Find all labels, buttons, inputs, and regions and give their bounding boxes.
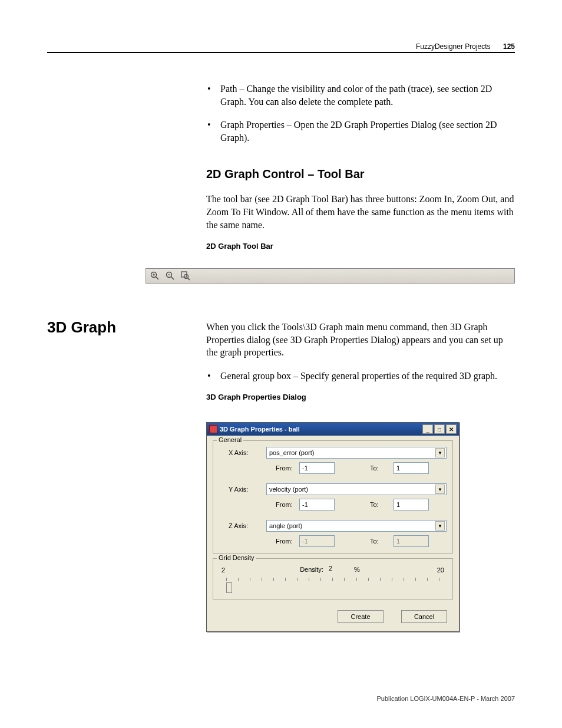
- svg-line-9: [188, 278, 190, 281]
- xaxis-combo[interactable]: pos_error (port) ▼: [266, 447, 447, 459]
- group-grid-density: Grid Density 2 Density: 2 % 20: [213, 558, 453, 599]
- chapter-title: FuzzyDesigner Projects: [416, 42, 491, 51]
- zoom-in-button[interactable]: [148, 270, 161, 282]
- dialog-titlebar[interactable]: 3D Graph Properties - ball _ □ ✕: [207, 423, 459, 436]
- z-from-input: -1: [299, 535, 335, 547]
- dialog-3d-graph-properties: 3D Graph Properties - ball _ □ ✕ General…: [206, 422, 459, 632]
- app-icon: [209, 425, 217, 433]
- z-to-input: 1: [394, 535, 429, 547]
- density-input: 2: [329, 565, 352, 575]
- close-button[interactable]: ✕: [446, 424, 457, 434]
- chevron-down-icon: ▼: [435, 521, 445, 531]
- publication-footer: Publication LOGIX-UM004A-EN-P - March 20…: [376, 695, 515, 702]
- svg-point-8: [184, 275, 189, 279]
- heading-2d-toolbar: 2D Graph Control – Tool Bar: [206, 167, 515, 181]
- x-from-input[interactable]: -1: [299, 462, 335, 474]
- yaxis-combo[interactable]: velocity (port) ▼: [266, 483, 447, 495]
- group-general: General X Axis: pos_error (port) ▼ From:…: [213, 440, 453, 554]
- slider-thumb[interactable]: [226, 582, 232, 593]
- list-item: • General group box – Specify general pr…: [206, 370, 515, 383]
- xaxis-label: X Axis:: [219, 449, 266, 456]
- minimize-button[interactable]: _: [422, 424, 433, 434]
- create-button[interactable]: Create: [338, 610, 384, 623]
- group-label: General: [217, 436, 243, 443]
- y-to-input[interactable]: 1: [394, 499, 429, 510]
- figure-caption: 3D Graph Properties Dialog: [206, 393, 515, 401]
- list-item: • Graph Properties – Open the 2D Graph P…: [206, 118, 515, 144]
- list-item: • Path – Change the visibility and color…: [206, 83, 515, 108]
- y-from-input[interactable]: -1: [299, 499, 335, 510]
- chevron-down-icon: ▼: [435, 448, 445, 457]
- svg-line-1: [156, 277, 159, 280]
- x-to-input[interactable]: 1: [394, 462, 429, 474]
- density-slider[interactable]: [225, 578, 441, 591]
- heading-3d-graph: 3D Graph: [47, 318, 116, 337]
- toolbar-2d-graph: [146, 268, 515, 284]
- grid-min: 2: [219, 566, 231, 574]
- chevron-down-icon: ▼: [435, 485, 445, 494]
- svg-line-5: [171, 277, 174, 280]
- page-header: FuzzyDesigner Projects 125: [416, 42, 515, 51]
- paragraph: When you click the Tools\3D Graph main m…: [206, 321, 515, 359]
- page-number: 125: [503, 42, 515, 51]
- zoom-out-button[interactable]: [164, 270, 177, 282]
- header-rule: [47, 52, 515, 53]
- to-label: To:: [370, 465, 394, 472]
- maximize-button[interactable]: □: [434, 424, 445, 434]
- density-label: Density:: [300, 566, 323, 573]
- figure-caption: 2D Graph Tool Bar: [206, 242, 515, 251]
- from-label: From:: [276, 465, 299, 472]
- zoom-fit-button[interactable]: [179, 270, 192, 282]
- dialog-title-text: 3D Graph Properties - ball: [220, 426, 422, 433]
- group-label: Grid Density: [217, 554, 256, 561]
- zaxis-combo[interactable]: angle (port) ▼: [266, 520, 447, 532]
- yaxis-label: Y Axis:: [219, 486, 266, 493]
- grid-max: 20: [429, 566, 447, 574]
- paragraph: The tool bar (see 2D Graph Tool Bar) has…: [206, 193, 515, 231]
- zaxis-label: Z Axis:: [219, 522, 266, 529]
- cancel-button[interactable]: Cancel: [401, 610, 447, 623]
